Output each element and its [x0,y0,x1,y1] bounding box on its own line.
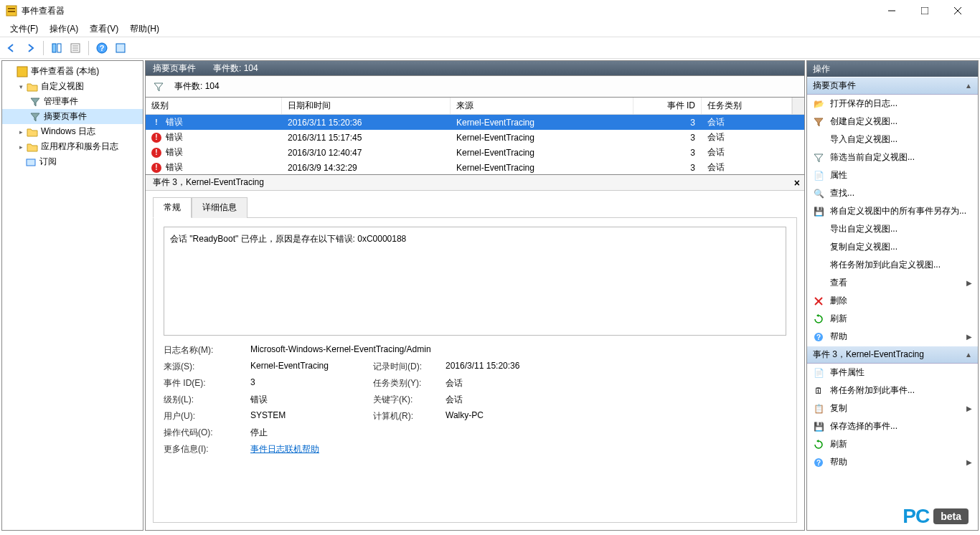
table-row[interactable]: !错误2016/3/11 15:20:36Kernel-EventTracing… [146,115,804,130]
refresh-icon [813,439,824,450]
action-attach-task[interactable]: 将任务附加到此自定义视图... [807,256,978,274]
logged-label: 记录时间(D): [373,361,441,373]
action-attach-event[interactable]: 🗓将任务附加到此事件... [807,382,978,399]
logged-value: 2016/3/11 15:20:36 [446,361,786,373]
col-date[interactable]: 日期和时间 [282,98,451,114]
chevron-right-icon: ▶ [966,279,972,287]
forward-button[interactable] [22,39,39,57]
toolbar-extra-button[interactable] [112,39,129,57]
back-button[interactable] [3,39,20,57]
action-help[interactable]: ?帮助▶ [807,328,978,346]
titlebar: 事件查看器 [0,0,980,22]
import-icon [813,134,824,146]
action-delete[interactable]: 删除 [807,292,978,310]
action-find[interactable]: 🔍查找... [807,184,978,202]
tree-subscriptions[interactable]: 订阅 [2,154,143,169]
expand-icon[interactable] [6,67,15,76]
action-help-2[interactable]: ?帮助▶ [807,453,978,471]
col-level[interactable]: 级别 [146,98,282,114]
copy-icon: 📋 [813,403,824,415]
svg-text:?: ? [100,44,105,52]
action-copy-view[interactable]: 复制自定义视图... [807,238,978,256]
table-row[interactable]: !错误2016/3/11 15:17:45Kernel-EventTracing… [146,130,804,145]
tree-label: 摘要页事件 [44,110,87,123]
menu-view[interactable]: 查看(V) [84,22,124,37]
maximize-button[interactable] [908,0,941,22]
scrollbar[interactable] [792,98,804,114]
menu-file[interactable]: 文件(F) [4,22,44,37]
event-grid[interactable]: 级别 日期和时间 来源 事件 ID 任务类别 !错误2016/3/11 15:2… [145,98,805,175]
action-filter-view[interactable]: 筛选当前自定义视图... [807,148,978,166]
svg-rect-15 [116,44,125,52]
kw-label: 关键字(K): [373,394,441,406]
help-icon: ? [813,457,824,468]
action-refresh[interactable]: 刷新 [807,310,978,328]
tree-custom-views[interactable]: ▾ 自定义视图 [2,79,143,94]
table-row[interactable]: !错误2016/3/10 12:40:47Kernel-EventTracing… [146,145,804,160]
close-icon[interactable]: × [794,177,800,189]
col-cat[interactable]: 任务类别 [702,98,792,114]
tree-app-logs[interactable]: ▸ 应用程序和服务日志 [2,139,143,154]
expand-icon[interactable]: ▸ [17,143,25,151]
collapse-icon[interactable]: ▾ [17,82,25,91]
properties-button[interactable] [67,39,84,57]
collapse-icon[interactable]: ▲ [965,351,972,359]
action-event-properties[interactable]: 📄事件属性 [807,364,978,382]
filter-icon[interactable] [153,81,164,93]
refresh-icon [813,313,824,325]
action-import-view[interactable]: 导入自定义视图... [807,131,978,148]
tree-admin-events[interactable]: 管理事件 [2,94,143,109]
collapse-icon[interactable]: ▲ [965,82,972,90]
menu-action[interactable]: 操作(A) [44,22,84,37]
task-icon [813,260,824,271]
event-message: 会话 "ReadyBoot" 已停止，原因是存在以下错误: 0xC0000188 [164,227,786,336]
col-source[interactable]: 来源 [451,98,633,114]
menu-help[interactable]: 帮助(H) [124,22,165,37]
error-icon: ! [151,118,161,128]
error-icon: ! [151,133,161,143]
expand-icon[interactable]: ▸ [17,128,25,136]
tab-general[interactable]: 常规 [153,197,192,218]
tree-summary-events[interactable]: 摘要页事件 [2,109,143,124]
action-save-selected[interactable]: 💾保存选择的事件... [807,417,978,435]
col-id[interactable]: 事件 ID [633,98,702,114]
error-icon: ! [151,148,161,158]
action-open-saved[interactable]: 📂打开保存的日志... [807,95,978,113]
more-link[interactable]: 事件日志联机帮助 [250,443,786,455]
log-name-label: 日志名称(M): [164,344,246,356]
level-label: 级别(L): [164,394,246,406]
chevron-right-icon: ▶ [966,404,972,412]
filter-count: 事件数: 104 [174,80,220,93]
tree-label: 订阅 [39,156,57,168]
toolbar-separator [43,41,44,55]
help-button[interactable]: ? [93,39,110,57]
close-button[interactable] [941,0,974,22]
table-row[interactable]: !错误2016/3/9 14:32:29Kernel-EventTracing3… [146,160,804,175]
folder-icon [27,141,38,153]
svg-rect-4 [921,7,928,14]
action-export-view[interactable]: 导出自定义视图... [807,220,978,238]
minimize-button[interactable] [875,0,908,22]
action-copy[interactable]: 📋复制▶ [807,399,978,417]
tree-root[interactable]: 事件查看器 (本地) [2,64,143,79]
svg-rect-8 [57,44,61,52]
action-save-all[interactable]: 💾将自定义视图中的所有事件另存为... [807,202,978,220]
menubar: 文件(F) 操作(A) 查看(V) 帮助(H) [0,22,980,37]
action-view[interactable]: 查看▶ [807,274,978,292]
action-refresh-2[interactable]: 刷新 [807,435,978,453]
watermark-text: PC [903,505,929,528]
grid-header: 级别 日期和时间 来源 事件 ID 任务类别 [146,98,804,115]
folder-icon [27,81,38,93]
show-hide-tree-button[interactable] [48,39,65,57]
tree-label: 事件查看器 (本地) [31,65,99,77]
action-properties[interactable]: 📄属性 [807,166,978,184]
more-label: 更多信息(I): [164,443,246,455]
source-value: Kernel-EventTracing [250,361,369,373]
tree-windows-logs[interactable]: ▸ Windows 日志 [2,124,143,139]
action-create-view[interactable]: 创建自定义视图... [807,113,978,131]
cat-label: 任务类别(Y): [373,377,441,389]
tab-details[interactable]: 详细信息 [192,197,248,218]
navigation-tree[interactable]: 事件查看器 (本地) ▾ 自定义视图 管理事件 摘要页事件 ▸ Windows … [1,60,143,531]
filter-bar: 事件数: 104 [145,76,805,98]
tree-label: Windows 日志 [41,126,95,138]
